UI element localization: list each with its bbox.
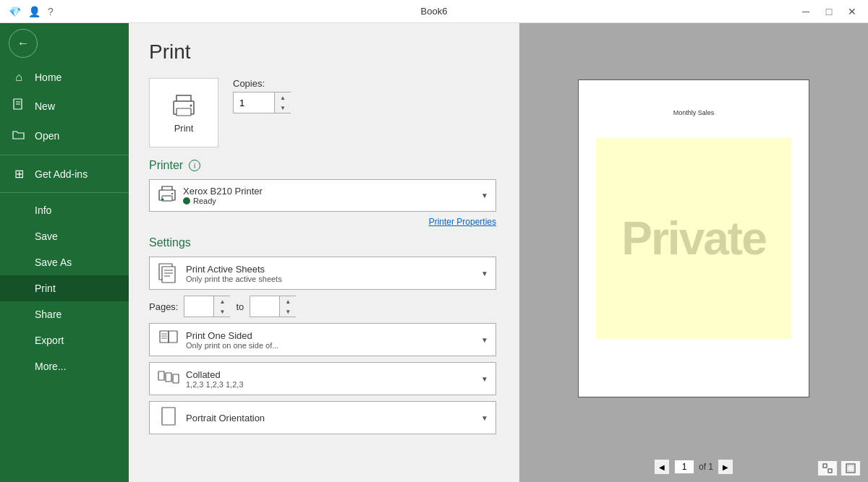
svg-point-9: [162, 199, 164, 201]
print-one-sided-arrow: ▼: [481, 336, 488, 344]
print-active-sheets-dropdown[interactable]: Print Active Sheets Only print the activ…: [149, 257, 496, 290]
printer-icon-svg: [169, 92, 198, 119]
preview-bottom-icons: [817, 460, 861, 476]
open-icon: [12, 129, 26, 143]
status-dot: [183, 197, 190, 205]
back-icon: ←: [17, 37, 29, 50]
print-one-sided-subtitle: Only print on one side of...: [186, 341, 475, 350]
sidebar-item-more[interactable]: More...: [0, 353, 129, 379]
settings-section: Settings Print Active Sheets: [149, 236, 496, 434]
sidebar-divider: [0, 155, 129, 155]
print-btn-label: Print: [174, 123, 194, 134]
settings-section-header: Settings: [149, 236, 496, 249]
sidebar-item-share[interactable]: Share: [0, 301, 129, 327]
sidebar: ← ⌂ Home New: [0, 23, 129, 482]
next-page-button[interactable]: ▶: [718, 459, 733, 475]
portrait-orientation-dropdown[interactable]: Portrait Orientation ▼: [149, 401, 496, 434]
pages-from-input-wrap: ▲ ▼: [184, 296, 230, 317]
sidebar-item-new[interactable]: New: [0, 91, 129, 121]
sidebar-item-open[interactable]: Open: [0, 121, 129, 150]
svg-rect-15: [160, 331, 169, 343]
printer-device-icon: [157, 184, 177, 207]
printer-name: Xerox B210 Printer: [183, 186, 475, 197]
sidebar-item-label: Open: [35, 130, 59, 142]
print-one-sided-dropdown[interactable]: Print One Sided Only print on one side o…: [149, 323, 496, 356]
printer-section-header: Printer i: [149, 159, 496, 172]
sidebar-item-export[interactable]: Export: [0, 327, 129, 353]
collated-icon: [157, 367, 180, 390]
page-number-input[interactable]: [674, 460, 694, 474]
preview-watermark-text: Private: [621, 212, 765, 265]
preview-margin-button[interactable]: [841, 460, 861, 476]
title-bar: 💎 👤 ? Book6 ─ □ ✕: [0, 0, 868, 23]
print-active-sheets-icon: [157, 262, 180, 285]
svg-rect-25: [828, 469, 832, 473]
add-ins-icon: ⊞: [12, 167, 26, 181]
svg-rect-23: [162, 408, 175, 425]
printer-info-icon[interactable]: i: [189, 160, 200, 171]
collated-subtitle: 1,2,3 1,2,3 1,2,3: [186, 380, 475, 389]
back-button[interactable]: ←: [9, 29, 38, 58]
sidebar-item-label: Info: [35, 205, 51, 216]
sidebar-item-label: Home: [35, 72, 61, 83]
print-one-sided-icon: [157, 328, 180, 351]
printer-dropdown[interactable]: Xerox B210 Printer Ready ▼: [149, 179, 496, 212]
fit-icon: [822, 463, 833, 473]
svg-rect-16: [169, 331, 177, 343]
pages-to-input[interactable]: [250, 296, 279, 317]
settings-scroll[interactable]: Printer i: [149, 159, 499, 465]
pages-to-input-wrap: ▲ ▼: [250, 296, 296, 317]
new-icon: [12, 98, 26, 114]
pages-to-arrows: ▲ ▼: [279, 296, 296, 317]
preview-sheet-title: Monthly Sales: [673, 109, 715, 116]
sidebar-item-info[interactable]: Info: [0, 197, 129, 223]
svg-rect-20: [158, 371, 164, 380]
pages-from-arrows: ▲ ▼: [213, 296, 230, 317]
collated-text: Collated 1,2,3 1,2,3 1,2,3: [186, 369, 475, 389]
copies-down-button[interactable]: ▼: [275, 103, 291, 113]
sidebar-item-get-add-ins[interactable]: ⊞ Get Add-ins: [0, 160, 129, 188]
print-one-sided-title: Print One Sided: [186, 330, 475, 341]
print-one-sided-text: Print One Sided Only print on one side o…: [186, 330, 475, 350]
title-icons-left: 💎 👤 ?: [9, 6, 54, 17]
minimize-button[interactable]: ─: [796, 1, 816, 22]
copies-up-button[interactable]: ▲: [275, 92, 291, 103]
copies-label: Copies:: [233, 78, 291, 89]
prev-page-button[interactable]: ◀: [654, 459, 670, 475]
content-area: Print Print Copies:: [129, 23, 868, 482]
sidebar-item-label: Save As: [35, 257, 72, 268]
copies-section: Copies: ▲ ▼: [233, 78, 291, 113]
pages-from-input[interactable]: [184, 296, 213, 317]
margin-icon: [846, 463, 856, 473]
sidebar-item-label: Print: [35, 283, 56, 294]
printer-properties-link[interactable]: Printer Properties: [429, 217, 496, 227]
print-button[interactable]: Print: [149, 78, 218, 147]
svg-rect-11: [162, 267, 175, 283]
preview-page: Monthly Sales Private: [578, 79, 809, 397]
print-active-sheets-text: Print Active Sheets Only print the activ…: [186, 264, 475, 283]
svg-point-8: [171, 193, 173, 194]
pages-to-down[interactable]: ▼: [280, 306, 296, 317]
sidebar-nav: ⌂ Home New Open: [0, 64, 129, 482]
copies-input[interactable]: [234, 92, 274, 113]
sidebar-item-print[interactable]: Print: [0, 275, 129, 301]
sidebar-item-save[interactable]: Save: [0, 223, 129, 249]
pages-from-down[interactable]: ▼: [214, 306, 230, 317]
restore-button[interactable]: □: [819, 1, 839, 22]
printer-dropdown-arrow: ▼: [481, 191, 488, 199]
printer-status: Ready: [183, 197, 475, 205]
preview-area: → Monthly Sales Private ◀ of 1 ▶: [519, 23, 868, 482]
printer-info-icon-label: i: [194, 162, 195, 170]
sidebar-item-save-as[interactable]: Save As: [0, 249, 129, 275]
collated-dropdown[interactable]: Collated 1,2,3 1,2,3 1,2,3 ▼: [149, 362, 496, 395]
printer-properties: Printer Properties: [149, 215, 496, 228]
printer-info: Xerox B210 Printer Ready: [183, 186, 475, 205]
sidebar-item-label: Get Add-ins: [35, 168, 88, 180]
printer-section: Printer i: [149, 159, 496, 228]
pages-to-up[interactable]: ▲: [280, 296, 296, 306]
sidebar-item-home[interactable]: ⌂ Home: [0, 64, 129, 91]
preview-fit-button[interactable]: [817, 460, 838, 476]
window-controls[interactable]: ─ □ ✕: [796, 1, 862, 22]
close-button[interactable]: ✕: [842, 1, 862, 22]
pages-from-up[interactable]: ▲: [214, 296, 230, 306]
